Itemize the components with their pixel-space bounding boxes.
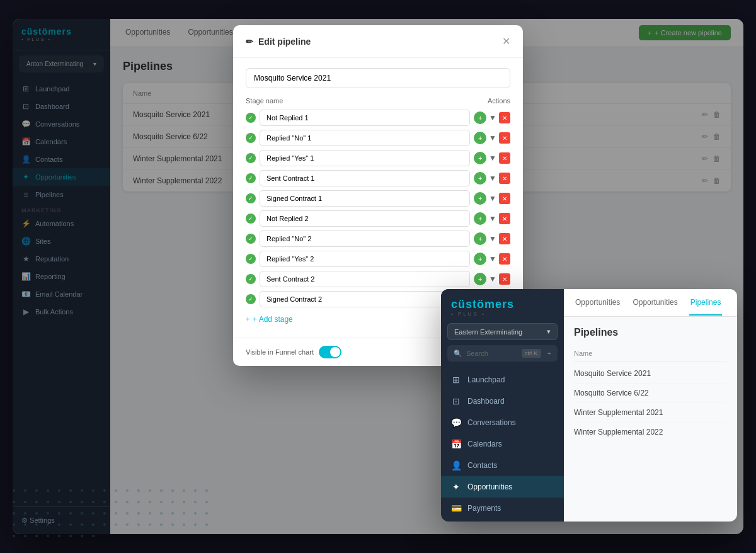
- stage-add-button[interactable]: +: [474, 172, 486, 185]
- funnel-chart-toggle[interactable]: [319, 346, 341, 358]
- stage-add-button[interactable]: +: [474, 232, 486, 245]
- stage-delete-button[interactable]: ✕: [499, 152, 510, 164]
- stage-row: + ▼ ✕: [246, 251, 510, 267]
- filter-icon[interactable]: ▼: [489, 113, 496, 122]
- stage-delete-button[interactable]: ✕: [499, 233, 510, 244]
- nav-label: Contacts: [467, 461, 497, 470]
- floating-company-selector[interactable]: Eastern Exterminating ▾: [447, 323, 558, 340]
- search-placeholder: Search: [466, 350, 488, 357]
- filter-icon[interactable]: ▼: [489, 275, 496, 283]
- stage-name-input[interactable]: [260, 110, 470, 126]
- stage-actions: + ▼ ✕: [474, 212, 510, 225]
- contacts-icon: 👤: [451, 460, 461, 470]
- modal-title: ✏ Edit pipeline: [246, 37, 311, 47]
- stage-name-input[interactable]: [260, 210, 470, 227]
- filter-icon[interactable]: ▼: [489, 214, 496, 223]
- stage-name-input[interactable]: [260, 130, 470, 146]
- stage-add-button[interactable]: +: [474, 253, 486, 265]
- nav-label: Dashboard: [467, 397, 505, 406]
- stage-row: + ▼ ✕: [246, 170, 510, 186]
- floating-search-bar[interactable]: 🔍 Search ctrl K +: [447, 345, 558, 362]
- floating-table-row[interactable]: Mosquito Service 2021: [574, 364, 727, 384]
- floating-panel: cüstömers • PLUS • Eastern Exterminating…: [441, 289, 737, 522]
- stage-name-input[interactable]: [260, 150, 470, 166]
- floating-nav-conversations[interactable]: 💬 Conversations: [441, 412, 564, 433]
- stage-check-icon: [246, 133, 256, 143]
- floating-logo-sub: • PLUS •: [451, 311, 554, 317]
- launchpad-icon: ⊞: [451, 375, 461, 385]
- stage-add-button[interactable]: +: [474, 212, 486, 225]
- stage-delete-button[interactable]: ✕: [499, 112, 510, 123]
- floating-logo: cüstömers • PLUS •: [441, 289, 564, 323]
- pipeline-name: Mosquito Service 6/22: [574, 389, 649, 397]
- floating-table-row[interactable]: Mosquito Service 6/22: [574, 384, 727, 403]
- pipeline-name: Winter Supplemental 2022: [574, 428, 663, 436]
- floating-table-row[interactable]: Winter Supplemental 2022: [574, 423, 727, 442]
- stage-check-icon: [246, 254, 256, 264]
- pipeline-name: Mosquito Service 2021: [574, 369, 651, 378]
- filter-icon[interactable]: ▼: [489, 194, 496, 203]
- filter-icon[interactable]: ▼: [489, 134, 496, 142]
- stage-actions: + ▼ ✕: [474, 232, 510, 245]
- floating-tab-opportunities-1[interactable]: Opportunities: [574, 290, 621, 316]
- pipeline-name-input[interactable]: [246, 68, 510, 88]
- stage-delete-button[interactable]: ✕: [499, 193, 510, 204]
- stage-delete-button[interactable]: ✕: [499, 213, 510, 224]
- floating-nav-payments[interactable]: 💳 Payments: [441, 498, 564, 519]
- stage-add-button[interactable]: +: [474, 152, 486, 164]
- stage-name-col-header: Stage name: [246, 97, 283, 105]
- filter-icon[interactable]: ▼: [489, 174, 496, 183]
- stage-name-input[interactable]: [260, 251, 470, 267]
- floating-nav-contacts[interactable]: 👤 Contacts: [441, 455, 564, 476]
- conversations-icon: 💬: [451, 418, 461, 428]
- nav-label: Opportunities: [467, 482, 512, 491]
- stage-name-input[interactable]: [260, 170, 470, 186]
- stage-actions: + ▼ ✕: [474, 273, 510, 285]
- stage-add-button[interactable]: +: [474, 111, 486, 124]
- floating-sidebar: cüstömers • PLUS • Eastern Exterminating…: [441, 289, 564, 522]
- chevron-down-icon: ▾: [547, 328, 551, 336]
- stage-delete-button[interactable]: ✕: [499, 173, 510, 184]
- stage-check-icon: [246, 193, 256, 203]
- search-add-icon[interactable]: +: [547, 350, 551, 357]
- stage-row: + ▼ ✕: [246, 190, 510, 207]
- stage-row: + ▼ ✕: [246, 271, 510, 287]
- filter-icon[interactable]: ▼: [489, 254, 496, 263]
- stage-name-input[interactable]: [260, 231, 470, 247]
- floating-tab-opportunities-2[interactable]: Opportunities: [631, 290, 679, 316]
- stage-add-button[interactable]: +: [474, 132, 486, 144]
- filter-icon[interactable]: ▼: [489, 234, 496, 243]
- floating-main-panel: Opportunities Opportunities Pipelines Pi…: [564, 289, 737, 522]
- stage-add-button[interactable]: +: [474, 192, 486, 205]
- stage-actions: + ▼ ✕: [474, 132, 510, 144]
- stage-name-input[interactable]: [260, 291, 470, 307]
- modal-close-button[interactable]: ✕: [502, 35, 510, 47]
- stage-row: + ▼ ✕: [246, 150, 510, 166]
- search-shortcut: ctrl K: [522, 349, 541, 358]
- floating-nav-opportunities[interactable]: ✦ Opportunities: [441, 476, 564, 498]
- modal-header: ✏ Edit pipeline ✕: [233, 25, 523, 58]
- stage-actions: + ▼ ✕: [474, 172, 510, 185]
- stage-delete-button[interactable]: ✕: [499, 273, 510, 285]
- stage-delete-button[interactable]: ✕: [499, 253, 510, 265]
- stage-check-icon: [246, 294, 256, 304]
- floating-tab-pipelines[interactable]: Pipelines: [689, 290, 723, 316]
- nav-label: Conversations: [467, 418, 516, 427]
- filter-icon[interactable]: ▼: [489, 154, 496, 162]
- floating-nav-dashboard[interactable]: ⊡ Dashboard: [441, 391, 564, 412]
- floating-nav-calendars[interactable]: 📅 Calendars: [441, 433, 564, 455]
- opportunities-icon: ✦: [451, 482, 461, 492]
- funnel-chart-toggle-group: Visible in Funnel chart: [246, 346, 341, 358]
- stage-check-icon: [246, 153, 256, 163]
- stage-add-button[interactable]: +: [474, 273, 486, 285]
- stage-row: + ▼ ✕: [246, 110, 510, 126]
- stage-name-input[interactable]: [260, 190, 470, 207]
- floating-nav-launchpad[interactable]: ⊞ Launchpad: [441, 369, 564, 391]
- stage-row: + ▼ ✕: [246, 130, 510, 146]
- stage-actions: + ▼ ✕: [474, 152, 510, 164]
- search-icon: 🔍: [454, 350, 462, 358]
- stage-delete-button[interactable]: ✕: [499, 132, 510, 144]
- stage-name-input[interactable]: [260, 271, 470, 287]
- floating-table-row[interactable]: Winter Supplemental 2021: [574, 403, 727, 423]
- stage-check-icon: [246, 113, 256, 123]
